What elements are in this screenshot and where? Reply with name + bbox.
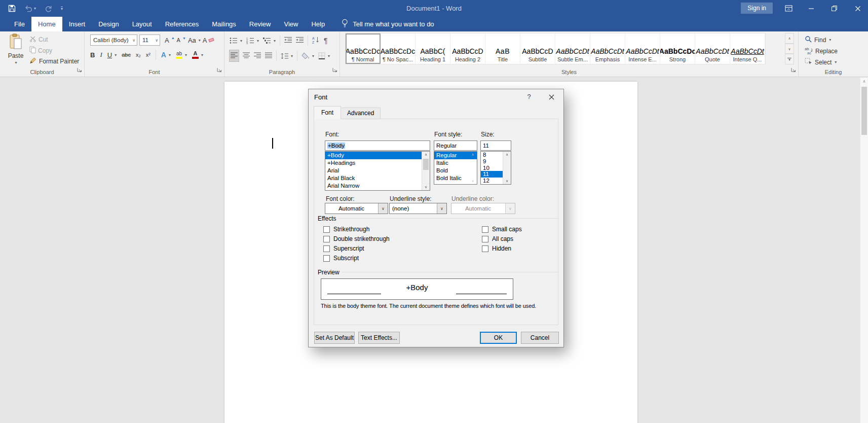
highlight-button[interactable]: ab▾ <box>176 51 187 59</box>
minimize-button[interactable] <box>804 0 819 17</box>
ok-button[interactable]: OK <box>480 332 517 344</box>
font-name-input[interactable]: +Body <box>325 140 430 151</box>
close-button[interactable] <box>850 0 865 17</box>
dialog-close-button[interactable] <box>542 89 560 104</box>
set-as-default-button[interactable]: Set As Default <box>314 332 355 344</box>
style-emphasis[interactable]: AaBbCcDtEmphasis <box>590 33 625 64</box>
scroll-up-icon[interactable]: ∧ <box>422 153 430 157</box>
font-color-combo[interactable]: Automatic ∨ <box>325 203 388 214</box>
scroll-down-icon[interactable]: ∨ <box>503 179 511 183</box>
cancel-button[interactable]: Cancel <box>521 332 559 344</box>
font-dialog-launcher-icon[interactable] <box>217 65 222 75</box>
font-option[interactable]: Arial Black <box>325 174 430 182</box>
strikethrough-checkbox[interactable] <box>323 226 330 233</box>
tab-references[interactable]: References <box>159 17 205 31</box>
clipboard-dialog-launcher-icon[interactable] <box>77 65 82 75</box>
scrollbar-thumb[interactable] <box>861 87 867 135</box>
tab-home[interactable]: Home <box>31 17 62 31</box>
size-list-scrollbar[interactable]: ∧∨ <box>503 152 511 184</box>
scrollbar-thumb[interactable] <box>423 159 429 170</box>
superscript-button[interactable]: x² <box>146 52 150 58</box>
dialog-tab-font[interactable]: Font <box>314 106 341 119</box>
dialog-tab-advanced[interactable]: Advanced <box>341 108 381 119</box>
line-spacing-button[interactable]: ▾ <box>281 53 293 59</box>
copy-button[interactable]: Copy <box>29 46 52 55</box>
size-list[interactable]: 8 9 10 11 12 ∧∨ <box>480 151 511 185</box>
gallery-scroll-down-icon[interactable]: ∨ <box>785 44 794 54</box>
align-center-button[interactable] <box>243 51 250 60</box>
style-title[interactable]: AaBTitle <box>485 33 520 64</box>
style-no-spacing[interactable]: AaBbCcDc¶ No Spac... <box>381 33 416 64</box>
decrease-indent-button[interactable] <box>284 36 292 45</box>
gallery-more-icon[interactable]: ▾ <box>785 54 794 64</box>
underline-style-combo[interactable]: (none) ∨ <box>389 203 447 214</box>
change-case-button[interactable]: Aa▾ <box>188 37 201 44</box>
small-caps-checkbox[interactable] <box>482 226 488 233</box>
strikethrough-button[interactable]: abc <box>122 52 131 58</box>
paste-dropdown-icon[interactable]: ▾ <box>15 60 17 65</box>
style-strong[interactable]: AaBbCcDcStrong <box>660 33 695 64</box>
tab-layout[interactable]: Layout <box>126 17 159 31</box>
gallery-scroll-up-icon[interactable]: ∧ <box>785 33 794 44</box>
scroll-up-icon[interactable]: ∧ <box>860 79 868 84</box>
scroll-down-icon[interactable]: ∨ <box>469 179 477 183</box>
tell-me-box[interactable]: Tell me what you want to do <box>342 17 434 31</box>
multilevel-list-button[interactable]: ▾ <box>263 37 276 44</box>
chevron-down-icon[interactable]: ∨ <box>378 203 388 214</box>
paragraph-dialog-launcher-icon[interactable] <box>332 65 337 75</box>
tab-review[interactable]: Review <box>243 17 278 31</box>
italic-button[interactable]: I <box>100 51 102 59</box>
align-right-button[interactable] <box>254 51 261 60</box>
font-size-combo[interactable]: 11∨ <box>139 34 160 46</box>
tab-view[interactable]: View <box>277 17 305 31</box>
numbering-button[interactable]: 1.2.3.▾ <box>246 37 259 44</box>
style-subtitle[interactable]: AaBbCcDSubtitle <box>520 33 555 64</box>
hidden-checkbox[interactable] <box>482 245 488 252</box>
chevron-down-icon[interactable]: ∨ <box>437 203 446 214</box>
cut-button[interactable]: Cut <box>29 36 48 44</box>
shrink-font-button[interactable]: A▼ <box>177 37 186 43</box>
font-option[interactable]: +Body <box>325 152 430 159</box>
font-name-combo[interactable]: Calibri (Body)∨ <box>90 34 137 46</box>
clear-formatting-button[interactable]: A <box>203 37 214 44</box>
scroll-up-icon[interactable]: ∧ <box>469 153 477 157</box>
tab-insert[interactable]: Insert <box>62 17 92 31</box>
tab-design[interactable]: Design <box>92 17 125 31</box>
sort-button[interactable]: AZ <box>312 36 320 46</box>
increase-indent-button[interactable] <box>296 36 304 45</box>
font-option[interactable]: Arial Narrow <box>325 182 430 190</box>
font-color-button[interactable]: A▾ <box>192 51 203 59</box>
tab-mailings[interactable]: Mailings <box>205 17 243 31</box>
borders-button[interactable]: ▾ <box>318 52 330 59</box>
show-paragraph-marks-button[interactable]: ¶ <box>324 37 328 45</box>
select-button[interactable]: Select ▾ <box>805 58 837 66</box>
style-normal[interactable]: AaBbCcDc¶ Normal <box>346 33 381 64</box>
size-input[interactable]: 11 <box>480 140 511 151</box>
subscript-button[interactable]: x₂ <box>136 52 141 58</box>
double-strikethrough-checkbox[interactable] <box>323 236 330 242</box>
text-effects-dialog-button[interactable]: Text Effects... <box>358 332 400 344</box>
replace-button[interactable]: abac Replace <box>805 47 838 56</box>
grow-font-button[interactable]: A▲ <box>165 37 175 44</box>
superscript-checkbox[interactable] <box>323 245 330 252</box>
font-option[interactable]: Arial <box>325 167 430 174</box>
restore-button[interactable] <box>826 0 842 17</box>
font-style-list[interactable]: Regular Italic Bold Bold Italic ∧∨ <box>434 151 477 185</box>
underline-button[interactable]: U▾ <box>107 51 117 59</box>
ribbon-display-options-icon[interactable] <box>781 0 796 17</box>
align-left-button[interactable] <box>230 50 239 61</box>
style-heading-2[interactable]: AaBbCcDHeading 2 <box>450 33 485 64</box>
subscript-checkbox[interactable] <box>323 255 330 262</box>
sign-in-button[interactable]: Sign in <box>741 3 773 14</box>
font-option[interactable]: +Headings <box>325 159 430 167</box>
vertical-scrollbar[interactable]: ∧ <box>860 78 868 423</box>
scroll-down-icon[interactable]: ∨ <box>422 185 430 189</box>
font-list-scrollbar[interactable]: ∧∨ <box>422 152 430 190</box>
scroll-up-icon[interactable]: ∧ <box>503 153 511 157</box>
style-subtle-emphasis[interactable]: AaBbCcDtSubtle Em... <box>555 33 590 64</box>
styles-dialog-launcher-icon[interactable] <box>791 65 796 75</box>
bullets-button[interactable]: ▾ <box>230 37 242 44</box>
bold-button[interactable]: B <box>90 51 95 59</box>
style-intense-quote[interactable]: AaBbCcDtIntense Q... <box>730 33 765 64</box>
find-button[interactable]: Find ▾ <box>805 36 831 44</box>
